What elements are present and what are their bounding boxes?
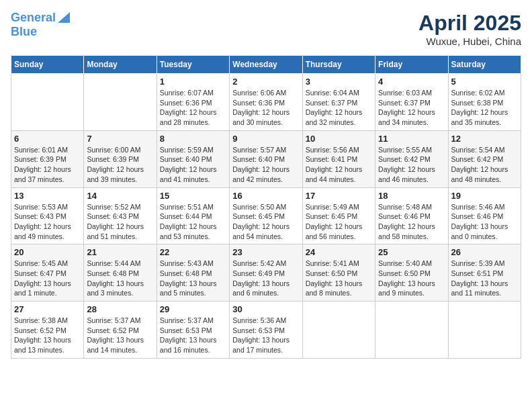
day-info: Sunrise: 5:48 AMSunset: 6:46 PMDaylight:… <box>378 202 445 242</box>
calendar-cell: 23Sunrise: 5:42 AMSunset: 6:49 PMDayligh… <box>230 244 302 302</box>
calendar-cell <box>302 302 375 359</box>
day-number: 20 <box>14 247 81 257</box>
day-number: 24 <box>306 247 372 257</box>
day-number: 17 <box>306 191 372 201</box>
calendar-cell: 28Sunrise: 5:37 AMSunset: 6:52 PMDayligh… <box>84 302 157 359</box>
calendar-cell: 16Sunrise: 5:50 AMSunset: 6:45 PMDayligh… <box>230 187 302 244</box>
calendar-cell: 30Sunrise: 5:36 AMSunset: 6:53 PMDayligh… <box>230 302 302 359</box>
day-info: Sunrise: 5:37 AMSunset: 6:52 PMDaylight:… <box>87 316 153 355</box>
calendar-cell: 5Sunrise: 6:02 AMSunset: 6:38 PMDaylight… <box>448 74 521 131</box>
day-info: Sunrise: 5:45 AMSunset: 6:47 PMDaylight:… <box>14 259 81 298</box>
calendar-cell: 29Sunrise: 5:37 AMSunset: 6:53 PMDayligh… <box>157 302 229 359</box>
calendar-cell: 15Sunrise: 5:51 AMSunset: 6:44 PMDayligh… <box>157 187 229 244</box>
day-info: Sunrise: 6:00 AMSunset: 6:39 PMDaylight:… <box>87 145 153 185</box>
day-number: 1 <box>160 77 226 87</box>
calendar-cell: 13Sunrise: 5:53 AMSunset: 6:43 PMDayligh… <box>11 187 84 244</box>
day-number: 10 <box>306 134 372 144</box>
calendar-cell: 24Sunrise: 5:41 AMSunset: 6:50 PMDayligh… <box>302 244 375 302</box>
week-row-3: 13Sunrise: 5:53 AMSunset: 6:43 PMDayligh… <box>11 187 521 244</box>
logo-bird-icon <box>58 12 70 23</box>
logo: General Blue <box>11 11 70 39</box>
day-info: Sunrise: 5:40 AMSunset: 6:50 PMDaylight:… <box>378 259 445 298</box>
day-info: Sunrise: 6:07 AMSunset: 6:36 PMDaylight:… <box>160 88 226 128</box>
week-row-2: 6Sunrise: 6:01 AMSunset: 6:39 PMDaylight… <box>11 130 521 187</box>
day-number: 16 <box>232 191 299 201</box>
day-number: 21 <box>87 247 153 257</box>
day-info: Sunrise: 5:57 AMSunset: 6:40 PMDaylight:… <box>232 145 299 185</box>
calendar-cell: 3Sunrise: 6:04 AMSunset: 6:37 PMDaylight… <box>302 74 375 131</box>
day-number: 18 <box>378 191 445 201</box>
day-number: 14 <box>87 191 153 201</box>
day-number: 2 <box>232 77 299 87</box>
weekday-header-sunday: Sunday <box>11 56 84 74</box>
day-number: 13 <box>14 191 81 201</box>
calendar-cell: 17Sunrise: 5:49 AMSunset: 6:45 PMDayligh… <box>302 187 375 244</box>
day-info: Sunrise: 5:56 AMSunset: 6:41 PMDaylight:… <box>306 145 372 185</box>
day-number: 12 <box>451 134 518 144</box>
calendar-cell: 9Sunrise: 5:57 AMSunset: 6:40 PMDaylight… <box>230 130 302 187</box>
day-info: Sunrise: 5:54 AMSunset: 6:42 PMDaylight:… <box>451 145 518 185</box>
calendar-cell: 2Sunrise: 6:06 AMSunset: 6:36 PMDaylight… <box>230 74 302 131</box>
day-number: 29 <box>160 304 226 314</box>
day-info: Sunrise: 6:01 AMSunset: 6:39 PMDaylight:… <box>14 145 81 185</box>
day-info: Sunrise: 6:04 AMSunset: 6:37 PMDaylight:… <box>306 88 372 128</box>
calendar-cell: 7Sunrise: 6:00 AMSunset: 6:39 PMDaylight… <box>84 130 157 187</box>
day-info: Sunrise: 5:37 AMSunset: 6:53 PMDaylight:… <box>160 316 226 355</box>
day-number: 9 <box>232 134 299 144</box>
day-info: Sunrise: 5:53 AMSunset: 6:43 PMDaylight:… <box>14 202 81 242</box>
calendar-cell: 25Sunrise: 5:40 AMSunset: 6:50 PMDayligh… <box>375 244 448 302</box>
day-info: Sunrise: 5:38 AMSunset: 6:52 PMDaylight:… <box>14 316 81 355</box>
weekday-header-row: SundayMondayTuesdayWednesdayThursdayFrid… <box>11 56 521 74</box>
week-row-1: 1Sunrise: 6:07 AMSunset: 6:36 PMDaylight… <box>11 74 521 131</box>
weekday-header-thursday: Thursday <box>302 56 375 74</box>
day-info: Sunrise: 5:50 AMSunset: 6:45 PMDaylight:… <box>232 202 299 242</box>
calendar-cell: 11Sunrise: 5:55 AMSunset: 6:42 PMDayligh… <box>375 130 448 187</box>
calendar-cell <box>84 74 157 131</box>
calendar-cell: 12Sunrise: 5:54 AMSunset: 6:42 PMDayligh… <box>448 130 521 187</box>
day-info: Sunrise: 5:39 AMSunset: 6:51 PMDaylight:… <box>451 259 518 298</box>
calendar-cell: 22Sunrise: 5:43 AMSunset: 6:48 PMDayligh… <box>157 244 229 302</box>
day-number: 6 <box>14 134 81 144</box>
logo-blue-text: Blue <box>11 26 37 39</box>
day-info: Sunrise: 5:52 AMSunset: 6:43 PMDaylight:… <box>87 202 153 242</box>
day-number: 22 <box>160 247 226 257</box>
location-text: Wuxue, Hubei, China <box>418 36 521 47</box>
day-info: Sunrise: 6:02 AMSunset: 6:38 PMDaylight:… <box>451 88 518 128</box>
day-number: 3 <box>306 77 372 87</box>
day-number: 5 <box>451 77 518 87</box>
day-info: Sunrise: 5:46 AMSunset: 6:46 PMDaylight:… <box>451 202 518 242</box>
day-number: 25 <box>378 247 445 257</box>
day-info: Sunrise: 5:55 AMSunset: 6:42 PMDaylight:… <box>378 145 445 185</box>
day-number: 4 <box>378 77 445 87</box>
day-number: 26 <box>451 247 518 257</box>
calendar-cell: 6Sunrise: 6:01 AMSunset: 6:39 PMDaylight… <box>11 130 84 187</box>
day-number: 15 <box>160 191 226 201</box>
calendar-cell: 10Sunrise: 5:56 AMSunset: 6:41 PMDayligh… <box>302 130 375 187</box>
day-info: Sunrise: 5:43 AMSunset: 6:48 PMDaylight:… <box>160 259 226 298</box>
day-info: Sunrise: 5:51 AMSunset: 6:44 PMDaylight:… <box>160 202 226 242</box>
weekday-header-tuesday: Tuesday <box>157 56 229 74</box>
page-header: General Blue April 2025 Wuxue, Hubei, Ch… <box>11 11 521 47</box>
day-info: Sunrise: 5:41 AMSunset: 6:50 PMDaylight:… <box>306 259 372 298</box>
calendar-cell <box>11 74 84 131</box>
month-title: April 2025 <box>418 11 521 36</box>
week-row-5: 27Sunrise: 5:38 AMSunset: 6:52 PMDayligh… <box>11 302 521 359</box>
weekday-header-saturday: Saturday <box>448 56 521 74</box>
day-info: Sunrise: 6:06 AMSunset: 6:36 PMDaylight:… <box>232 88 299 128</box>
day-number: 19 <box>451 191 518 201</box>
day-number: 27 <box>14 304 81 314</box>
day-number: 30 <box>232 304 299 314</box>
svg-marker-0 <box>58 12 70 23</box>
day-number: 7 <box>87 134 153 144</box>
calendar-cell: 8Sunrise: 5:59 AMSunset: 6:40 PMDaylight… <box>157 130 229 187</box>
week-row-4: 20Sunrise: 5:45 AMSunset: 6:47 PMDayligh… <box>11 244 521 302</box>
day-info: Sunrise: 5:36 AMSunset: 6:53 PMDaylight:… <box>232 316 299 355</box>
day-info: Sunrise: 6:03 AMSunset: 6:37 PMDaylight:… <box>378 88 445 128</box>
calendar-cell: 26Sunrise: 5:39 AMSunset: 6:51 PMDayligh… <box>448 244 521 302</box>
calendar-cell: 14Sunrise: 5:52 AMSunset: 6:43 PMDayligh… <box>84 187 157 244</box>
calendar-cell: 21Sunrise: 5:44 AMSunset: 6:48 PMDayligh… <box>84 244 157 302</box>
day-number: 23 <box>232 247 299 257</box>
title-block: April 2025 Wuxue, Hubei, China <box>418 11 521 47</box>
calendar-table: SundayMondayTuesdayWednesdayThursdayFrid… <box>11 55 521 359</box>
calendar-cell: 27Sunrise: 5:38 AMSunset: 6:52 PMDayligh… <box>11 302 84 359</box>
